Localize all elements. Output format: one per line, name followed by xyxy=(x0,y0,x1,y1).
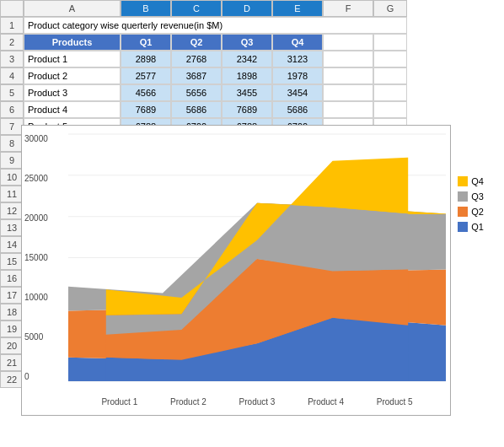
legend-q4: Q4 xyxy=(458,176,484,186)
legend-q3-box xyxy=(458,191,468,202)
col-header-b[interactable]: B xyxy=(121,0,171,17)
product-1-name[interactable]: Product 1 xyxy=(24,51,121,67)
product-2-g xyxy=(373,67,407,84)
legend-q4-box xyxy=(458,176,468,186)
row-14-num: 14 xyxy=(0,236,24,253)
y-tick-10000: 10000 xyxy=(24,293,48,302)
legend-q1: Q1 xyxy=(458,222,484,232)
header-q1: Q1 xyxy=(121,34,171,51)
product-3-q4[interactable]: 3454 xyxy=(272,84,323,101)
row-1-num: 1 xyxy=(0,17,24,34)
product-4-q2[interactable]: 5686 xyxy=(171,101,222,118)
legend-q4-label: Q4 xyxy=(471,176,484,186)
row-21-num: 21 xyxy=(0,354,24,371)
row-9-num: 9 xyxy=(0,152,24,169)
row-13-num: 13 xyxy=(0,219,24,236)
row-2-num: 2 xyxy=(0,34,24,51)
x-label-product-1: Product 1 xyxy=(85,397,154,407)
col-header-d[interactable]: D xyxy=(222,0,272,17)
product-4-f xyxy=(323,101,373,118)
x-label-product-4: Product 4 xyxy=(292,397,361,407)
legend-q1-label: Q1 xyxy=(471,222,484,232)
legend-q2: Q2 xyxy=(458,207,484,217)
legend-q2-box xyxy=(458,207,468,217)
product-2-q2[interactable]: 3687 xyxy=(171,67,222,84)
header-q4: Q4 xyxy=(272,34,323,51)
y-tick-5000: 5000 xyxy=(24,332,48,342)
product-1-q4[interactable]: 3123 xyxy=(272,51,323,67)
y-axis-labels: 0 5000 10000 15000 20000 25000 30000 xyxy=(24,134,48,381)
product-3-q2[interactable]: 5656 xyxy=(171,84,222,101)
y-tick-0: 0 xyxy=(24,372,48,381)
product-1-g xyxy=(373,51,407,67)
x-axis-labels: Product 1 Product 2 Product 3 Product 4 … xyxy=(68,397,446,407)
row-15-num: 15 xyxy=(0,253,24,270)
product-2-name[interactable]: Product 2 xyxy=(24,67,121,84)
row-17-num: 17 xyxy=(0,287,24,304)
chart-inner: 0 5000 10000 15000 20000 25000 30000 xyxy=(68,134,446,381)
legend-q2-label: Q2 xyxy=(471,207,484,217)
header-q2: Q2 xyxy=(171,34,222,51)
product-2-q3[interactable]: 1898 xyxy=(222,67,272,84)
col-header-g[interactable]: G xyxy=(373,0,407,17)
y-tick-25000: 25000 xyxy=(24,174,48,183)
product-4-q1[interactable]: 7689 xyxy=(121,101,171,118)
product-2-q4[interactable]: 1978 xyxy=(272,67,323,84)
spreadsheet-container: A B C D E F G 1 Product category wise qu… xyxy=(0,0,504,447)
row-19-num: 19 xyxy=(0,320,24,337)
product-1-q1[interactable]: 2898 xyxy=(121,51,171,67)
product-4-q4[interactable]: 5686 xyxy=(272,101,323,118)
corner-cell xyxy=(0,0,24,17)
header-f xyxy=(323,34,373,51)
product-4-g xyxy=(373,101,407,118)
chart-container: 0 5000 10000 15000 20000 25000 30000 xyxy=(21,125,451,416)
product-1-q2[interactable]: 2768 xyxy=(171,51,222,67)
header-products: Products xyxy=(24,34,121,51)
row-3-num: 3 xyxy=(0,51,24,67)
row-4-num: 4 xyxy=(0,67,24,84)
product-2-q1[interactable]: 2577 xyxy=(121,67,171,84)
legend-q1-box xyxy=(458,222,468,232)
header-q3: Q3 xyxy=(222,34,272,51)
col-header-a[interactable]: A xyxy=(24,0,121,17)
x-label-product-3: Product 3 xyxy=(223,397,292,407)
row-6-num: 6 xyxy=(0,101,24,118)
product-4-q3[interactable]: 7689 xyxy=(222,101,272,118)
product-1-f xyxy=(323,51,373,67)
y-tick-15000: 15000 xyxy=(24,253,48,262)
chart-legend: Q4 Q3 Q2 Q1 xyxy=(458,176,484,232)
row-16-num: 16 xyxy=(0,270,24,287)
title-cell: Product category wise querterly revenue(… xyxy=(24,17,407,34)
product-4-name[interactable]: Product 4 xyxy=(24,101,121,118)
row-10-num: 10 xyxy=(0,169,24,186)
row-20-num: 20 xyxy=(0,337,24,354)
product-2-f xyxy=(323,67,373,84)
chart-svg xyxy=(68,134,446,381)
row-7-num: 7 xyxy=(0,118,24,135)
row-5-num: 5 xyxy=(0,84,24,101)
col-header-c[interactable]: C xyxy=(171,0,222,17)
product-1-q3[interactable]: 2342 xyxy=(222,51,272,67)
col-header-f[interactable]: F xyxy=(323,0,373,17)
legend-q3: Q3 xyxy=(458,191,484,202)
col-header-e[interactable]: E xyxy=(272,0,323,17)
product-3-q3[interactable]: 3455 xyxy=(222,84,272,101)
x-label-product-5: Product 5 xyxy=(360,397,429,407)
row-18-num: 18 xyxy=(0,304,24,320)
product-3-f xyxy=(323,84,373,101)
row-11-num: 11 xyxy=(0,186,24,202)
product-3-q1[interactable]: 4566 xyxy=(121,84,171,101)
row-8-num: 8 xyxy=(0,135,24,152)
product-3-name[interactable]: Product 3 xyxy=(24,84,121,101)
product-3-g xyxy=(373,84,407,101)
y-tick-20000: 20000 xyxy=(24,213,48,223)
row-22-num: 22 xyxy=(0,371,24,388)
row-12-num: 12 xyxy=(0,202,24,219)
y-tick-30000: 30000 xyxy=(24,134,48,143)
legend-q3-label: Q3 xyxy=(471,191,484,202)
x-label-product-2: Product 2 xyxy=(154,397,223,407)
header-g xyxy=(373,34,407,51)
